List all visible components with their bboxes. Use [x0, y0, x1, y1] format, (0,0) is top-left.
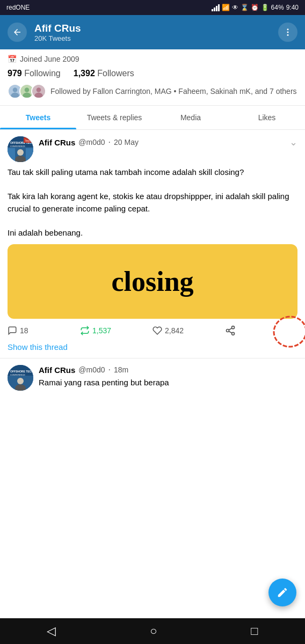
tweet-preview: OFFSHORE TECHNOLOGY CONFERENCE Afif CRus…	[0, 358, 305, 397]
tweet-text-1: Tau tak skill paling utama nak tambah in…	[8, 166, 297, 179]
tweet-text-3: Ini adalah bebenang.	[8, 227, 297, 239]
tab-tweets-replies[interactable]: Tweets & replies	[76, 106, 152, 129]
svg-text:CONFERENCE: CONFERENCE	[10, 145, 25, 148]
carrier-label: redONE	[6, 4, 30, 11]
wifi-icon: 📶	[222, 4, 230, 11]
tab-tweets[interactable]: Tweets	[0, 106, 76, 129]
compose-button[interactable]	[268, 579, 296, 606]
tweet-header: OFFSHORE TECHNOLOGY CONFERENCE 7echo Afi…	[8, 136, 297, 162]
timer-icon: ⌛	[241, 4, 249, 11]
tweet2-handle: @m0d0	[78, 365, 105, 374]
tweet-date: 20 May	[114, 138, 139, 147]
eye-icon: 👁	[232, 4, 238, 11]
tweet-count-label: 20K Tweets	[34, 34, 278, 42]
tweet-preview-header: OFFSHORE TECHNOLOGY CONFERENCE Afif CRus…	[8, 365, 297, 391]
svg-point-1	[287, 32, 289, 33]
follower-avatar-3	[31, 84, 46, 99]
svg-text:CONFERENCE: CONFERENCE	[10, 374, 25, 376]
signal-icon	[212, 4, 220, 11]
status-icons: 📶 👁 ⌛ ⏰ 🔋 64% 9:40	[212, 4, 299, 11]
tweet-handle: @m0d0	[78, 138, 105, 147]
svg-line-26	[229, 328, 232, 330]
tweet-card: OFFSHORE TECHNOLOGY CONFERENCE 7echo Afi…	[0, 130, 305, 358]
tweet2-meta: Afif CRus @m0d0 · 18m Ramai yang rasa pe…	[39, 365, 297, 389]
profile-name: Afif CRus	[34, 23, 278, 34]
profile-tabs: Tweets Tweets & replies Media Likes	[0, 106, 305, 130]
joined-date: Joined June 2009	[20, 55, 79, 63]
following-stat[interactable]: 979 Following	[8, 69, 61, 78]
back-button[interactable]	[8, 23, 27, 42]
calendar-icon: 📅	[8, 55, 17, 63]
svg-point-7	[25, 87, 30, 92]
back-nav-button[interactable]: ◁	[36, 620, 67, 642]
tweet-username: Afif CRus	[39, 138, 75, 147]
retweet-action[interactable]: 1,537	[80, 326, 152, 335]
svg-point-20	[17, 149, 24, 156]
tweet-separator: ·	[108, 137, 111, 147]
reply-icon	[8, 326, 17, 335]
retweet-icon	[80, 326, 90, 335]
profile-info-section: 📅 Joined June 2009 979 Following 1,392 F…	[0, 49, 305, 106]
battery-icon: 🔋	[261, 4, 269, 11]
tweet-avatar[interactable]: OFFSHORE TECHNOLOGY CONFERENCE 7echo	[8, 136, 33, 162]
battery-percent: 64%	[271, 4, 284, 11]
svg-point-4	[13, 87, 18, 92]
tweet2-body: Ramai yang rasa penting but berapa	[39, 377, 297, 389]
follow-stats: 979 Following 1,392 Followers	[8, 69, 297, 78]
share-icon	[225, 325, 236, 336]
tab-media[interactable]: Media	[152, 106, 229, 129]
following-label: Following	[24, 69, 61, 78]
tweet-meta-top: Afif CRus @m0d0 · 20 May ⌄	[39, 136, 297, 148]
svg-point-32	[17, 378, 24, 384]
like-count: 2,842	[165, 326, 184, 335]
followed-avatars	[8, 84, 46, 99]
svg-line-25	[229, 331, 232, 333]
svg-text:OFFSHORE TECHNOLOGY: OFFSHORE TECHNOLOGY	[10, 370, 33, 373]
tweet-image-card[interactable]: closing	[8, 244, 297, 319]
time-display: 9:40	[286, 4, 299, 11]
share-action[interactable]	[225, 325, 297, 336]
tweet-meta: Afif CRus @m0d0 · 20 May ⌄	[39, 136, 297, 148]
like-action[interactable]: 2,842	[152, 326, 225, 335]
tab-likes[interactable]: Likes	[229, 106, 305, 129]
joined-row: 📅 Joined June 2009	[8, 55, 297, 63]
reply-action[interactable]: 18	[8, 326, 80, 335]
header-title-block: Afif CRus 20K Tweets	[34, 23, 278, 42]
profile-header: Afif CRus 20K Tweets	[0, 15, 305, 49]
tweet2-avatar[interactable]: OFFSHORE TECHNOLOGY CONFERENCE	[8, 365, 33, 391]
svg-point-23	[227, 330, 229, 332]
tweet2-meta-top: Afif CRus @m0d0 · 18m	[39, 365, 297, 375]
show-thread-link[interactable]: Show this thread	[8, 342, 297, 352]
followed-by-section: Followed by Fallon Carrington, MAG • Fah…	[8, 84, 297, 99]
recents-nav-button[interactable]: □	[240, 620, 268, 642]
alarm-icon: ⏰	[251, 4, 259, 11]
home-nav-button[interactable]: ○	[139, 620, 168, 642]
retweet-count: 1,537	[92, 326, 111, 335]
svg-text:7echo: 7echo	[25, 139, 32, 142]
tweet-body: Tau tak skill paling utama nak tambah in…	[8, 166, 297, 239]
svg-point-10	[37, 87, 41, 92]
bottom-navigation: ◁ ○ □	[0, 618, 305, 644]
more-options-button[interactable]	[278, 23, 297, 42]
followers-label: Followers	[97, 69, 134, 78]
tweet-more-button[interactable]: ⌄	[289, 136, 297, 148]
tweet-text-2: Tak kira lah korang agent ke, stokis ke …	[8, 191, 297, 215]
following-count: 979	[8, 69, 22, 78]
like-icon	[152, 326, 162, 335]
tweet-actions: 18 1,537 2,842	[8, 325, 297, 336]
svg-point-24	[232, 332, 235, 335]
svg-point-2	[287, 34, 289, 36]
followers-stat[interactable]: 1,392 Followers	[74, 69, 134, 78]
closing-word: closing	[18, 266, 287, 297]
followed-by-text: Followed by Fallon Carrington, MAG • Fah…	[50, 86, 297, 96]
reply-count: 18	[20, 326, 28, 335]
svg-point-0	[287, 28, 289, 30]
svg-point-22	[232, 326, 235, 329]
tweet2-date: 18m	[114, 365, 128, 374]
tweet2-username: Afif CRus	[39, 365, 75, 375]
followers-count: 1,392	[74, 69, 95, 78]
status-bar: redONE 📶 👁 ⌛ ⏰ 🔋 64% 9:40	[0, 0, 305, 15]
